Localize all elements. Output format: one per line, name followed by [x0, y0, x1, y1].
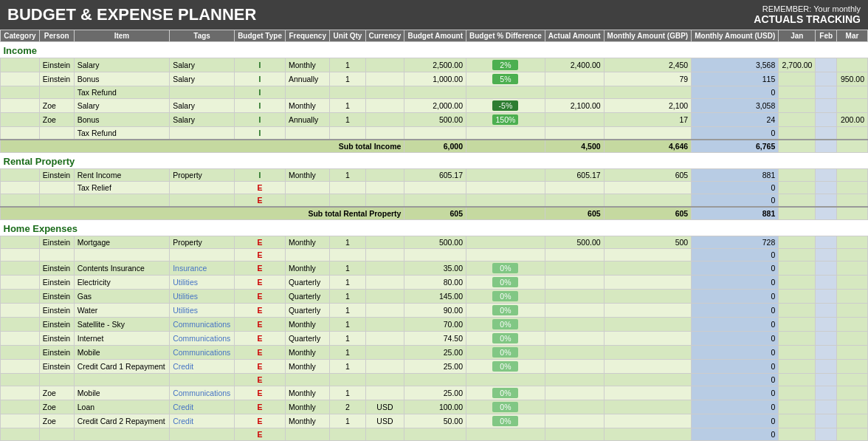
cell-monthly-gbp: 2,450	[604, 58, 692, 72]
table-row: Einstein Internet Communications E Quart…	[1, 332, 868, 346]
cell-pct: 2%	[466, 58, 545, 72]
cell-monthly-usd: 728	[692, 236, 779, 249]
cell-item: Satellite - Sky	[74, 318, 169, 332]
cell-actual	[545, 182, 604, 194]
cell-item: Credit Card 2 Repayment	[74, 414, 169, 428]
cell-category	[1, 400, 40, 414]
cell-jan	[779, 400, 816, 414]
cell-currency	[365, 332, 404, 346]
cell-tags: Communications	[170, 332, 235, 346]
subtotal-row: Sub total Income 6,000 4,500 4,646 6,765	[1, 140, 868, 153]
cell-person: Einstein	[39, 58, 74, 72]
cell-budget: 80.00	[404, 276, 466, 290]
cell-qty: 2	[330, 400, 365, 414]
cell-tags	[170, 182, 235, 194]
section-header: Income	[1, 42, 868, 58]
cell-type: E	[235, 346, 286, 360]
cell-currency	[365, 318, 404, 332]
cell-mar	[836, 290, 867, 304]
cell-currency	[365, 386, 404, 400]
cell-mar	[836, 400, 867, 414]
cell-category	[1, 304, 40, 318]
cell-category	[1, 318, 40, 332]
cell-item: Tax Refund	[74, 127, 169, 140]
cell-type: E	[235, 261, 286, 276]
cell-qty: 1	[330, 360, 365, 374]
subtotal-actual: 605	[545, 207, 604, 220]
cell-monthly-gbp	[604, 386, 692, 400]
cell-person	[39, 86, 74, 99]
subtotal-usd: 6,765	[692, 140, 779, 153]
cell-actual	[545, 318, 604, 332]
cell-frequency	[285, 249, 330, 261]
cell-pct: -5%	[466, 99, 545, 113]
cell-type: I	[235, 58, 286, 72]
cell-monthly-usd: 24	[692, 113, 779, 127]
cell-item: Bonus	[74, 72, 169, 86]
cell-jan	[779, 386, 816, 400]
cell-monthly-usd: 0	[692, 276, 779, 290]
col-header-person: Person	[39, 30, 74, 42]
cell-tags: Property	[170, 236, 235, 249]
cell-pct: 5%	[466, 72, 545, 86]
cell-person	[39, 182, 74, 194]
subtotal-pct	[466, 140, 545, 153]
cell-tags: Salary	[170, 72, 235, 86]
cell-monthly-gbp	[604, 318, 692, 332]
cell-mar	[836, 386, 867, 400]
cell-type: I	[235, 72, 286, 86]
cell-mar	[836, 58, 867, 72]
cell-budget: 2,000.00	[404, 99, 466, 113]
table-row: Einstein Salary Salary I Monthly 1 2,500…	[1, 58, 868, 72]
cell-monthly-gbp	[604, 290, 692, 304]
cell-category	[1, 72, 40, 86]
cell-budget: 25.00	[404, 360, 466, 374]
cell-actual	[545, 332, 604, 346]
col-header-feb: Feb	[816, 30, 837, 42]
cell-person: Zoe	[39, 414, 74, 428]
cell-frequency	[285, 86, 330, 99]
cell-type: E	[235, 318, 286, 332]
cell-tags: Salary	[170, 113, 235, 127]
cell-mar	[836, 127, 867, 140]
cell-pct	[466, 182, 545, 194]
cell-pct: 0%	[466, 386, 545, 400]
table-row: E 0	[1, 194, 868, 208]
cell-tags: Utilities	[170, 276, 235, 290]
cell-monthly-usd: 0	[692, 318, 779, 332]
cell-type: E	[235, 386, 286, 400]
cell-feb	[816, 400, 837, 414]
cell-currency	[365, 113, 404, 127]
cell-actual: 2,400.00	[545, 58, 604, 72]
cell-person	[39, 249, 74, 261]
cell-category	[1, 386, 40, 400]
table-row: Tax Refund I 0	[1, 86, 868, 99]
table-row: E 0	[1, 428, 868, 441]
cell-mar	[836, 236, 867, 249]
cell-category	[1, 194, 40, 208]
cell-frequency	[285, 127, 330, 140]
section-title: Rental Property	[1, 153, 868, 169]
cell-item: Tax Refund	[74, 86, 169, 99]
cell-actual	[545, 113, 604, 127]
cell-item: Rent Income	[74, 169, 169, 182]
subtotal-actual: 4,500	[545, 140, 604, 153]
cell-budget: 74.50	[404, 332, 466, 346]
cell-budget: 70.00	[404, 318, 466, 332]
cell-tags	[170, 249, 235, 261]
cell-feb	[816, 386, 837, 400]
cell-monthly-usd: 881	[692, 169, 779, 182]
cell-category	[1, 86, 40, 99]
cell-pct	[466, 236, 545, 249]
cell-feb	[816, 113, 837, 127]
cell-feb	[816, 428, 837, 441]
cell-frequency: Monthly	[285, 400, 330, 414]
section-title: Income	[1, 42, 868, 58]
cell-item	[74, 428, 169, 441]
cell-person: Einstein	[39, 318, 74, 332]
cell-monthly-usd: 0	[692, 86, 779, 99]
cell-category	[1, 58, 40, 72]
cell-person: Einstein	[39, 72, 74, 86]
cell-currency	[365, 182, 404, 194]
cell-currency	[365, 276, 404, 290]
